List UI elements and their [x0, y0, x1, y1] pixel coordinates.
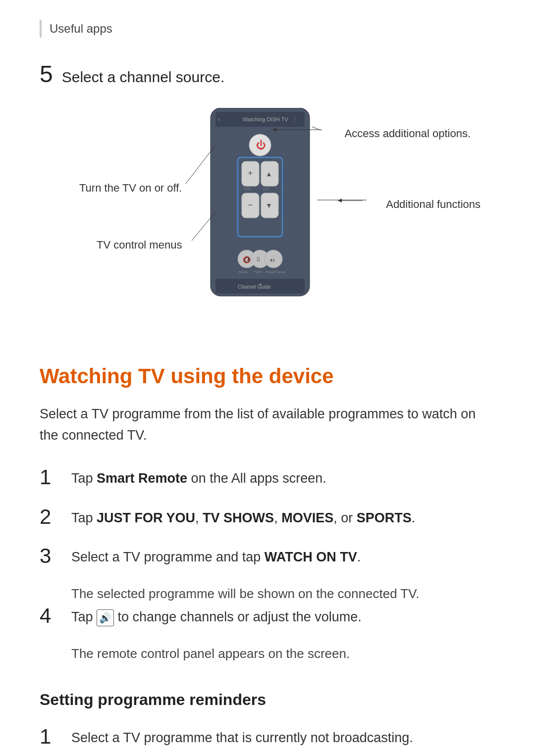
step-2-content: Tap JUST FOR YOU, TV SHOWS, MOVIES, or S…	[71, 505, 415, 529]
page-header: Useful apps	[40, 20, 495, 38]
svg-text:−: −	[248, 200, 253, 210]
svg-text:🔇: 🔇	[243, 255, 251, 264]
svg-text:▼: ▼	[266, 202, 272, 209]
step-3-bold: WATCH ON TV	[265, 550, 357, 564]
svg-text:Mute: Mute	[239, 270, 248, 274]
svg-text:⏯: ⏯	[269, 256, 275, 263]
step-1-number: 1	[40, 466, 61, 489]
sub-step-1-number: 1	[40, 725, 61, 748]
step-4-content: Tap 🔊 to change channels or adjust the v…	[71, 605, 362, 628]
step-1-row: 1 Tap Smart Remote on the All apps scree…	[40, 466, 495, 489]
sub-step-1-content: Select a TV programme that is currently …	[71, 725, 413, 749]
sub-step-1-row: 1 Select a TV programme that is currentl…	[40, 725, 495, 749]
step-4-sub: The remote control panel appears on the …	[71, 644, 495, 664]
svg-text:‹: ‹	[218, 116, 220, 122]
step-2-bold2: TV SHOWS	[203, 510, 274, 525]
step-1-content: Tap Smart Remote on the All apps screen.	[71, 466, 326, 489]
svg-text:Channel Guide: Channel Guide	[238, 284, 271, 290]
step-4-row: 4 Tap 🔊 to change channels or adjust the…	[40, 605, 495, 628]
step-3-sub: The selected programme will be shown on …	[71, 584, 495, 605]
remote-illustration: Watching DISH TV ⋮ ‹ ⏻ + ▲ VOL CH − ▼	[208, 108, 312, 307]
step-3-content: Select a TV programme and tap WATCH ON T…	[71, 545, 361, 568]
svg-marker-33	[338, 199, 342, 202]
step-2-row: 2 Tap JUST FOR YOU, TV SHOWS, MOVIES, or…	[40, 505, 495, 529]
step-2-bold1: JUST FOR YOU	[97, 510, 195, 525]
svg-text:Play/Pause: Play/Pause	[266, 270, 286, 274]
svg-text:TV/D: TV/D	[253, 270, 262, 274]
step-1-bold: Smart Remote	[97, 471, 187, 486]
annotation-additional-functions: Additional functions	[386, 196, 481, 212]
step-2-bold4: SPORTS	[357, 510, 412, 525]
diagram-container: Turn the TV on or off. TV control menus …	[40, 103, 495, 331]
annotation-turn-tv: Turn the TV on or off.	[79, 180, 182, 196]
svg-text:+: +	[248, 168, 253, 178]
svg-text:⠿: ⠿	[256, 256, 261, 263]
step-2-number: 2	[40, 505, 61, 528]
svg-text:CH: CH	[263, 187, 269, 191]
svg-text:Watching DISH TV: Watching DISH TV	[243, 116, 288, 122]
annotation-additional-options: Access additional options.	[345, 125, 471, 142]
step-2-bold3: MOVIES	[281, 510, 333, 525]
header-label: Useful apps	[50, 22, 112, 35]
svg-text:▲: ▲	[266, 170, 272, 178]
step-3-row: 3 Select a TV programme and tap WATCH ON…	[40, 545, 495, 568]
svg-text:⌃: ⌃	[258, 282, 264, 290]
svg-text:⏻: ⏻	[256, 140, 266, 151]
svg-text:VOL: VOL	[244, 187, 252, 191]
section-title: Watching TV using the device	[40, 360, 495, 392]
annotation-tv-control: TV control menus	[97, 237, 182, 253]
section-intro: Select a TV programme from the list of a…	[40, 403, 495, 446]
step-5-heading: 5 Select a channel source.	[40, 62, 495, 88]
subsection-title: Setting programme reminders	[40, 688, 495, 711]
step-3-number: 3	[40, 545, 61, 567]
step-5-number: 5	[40, 62, 53, 86]
step-5-text: Select a channel source.	[62, 66, 225, 88]
remote-icon: 🔊	[97, 609, 114, 626]
step-4-number: 4	[40, 605, 61, 627]
svg-text:⋮: ⋮	[292, 116, 298, 122]
